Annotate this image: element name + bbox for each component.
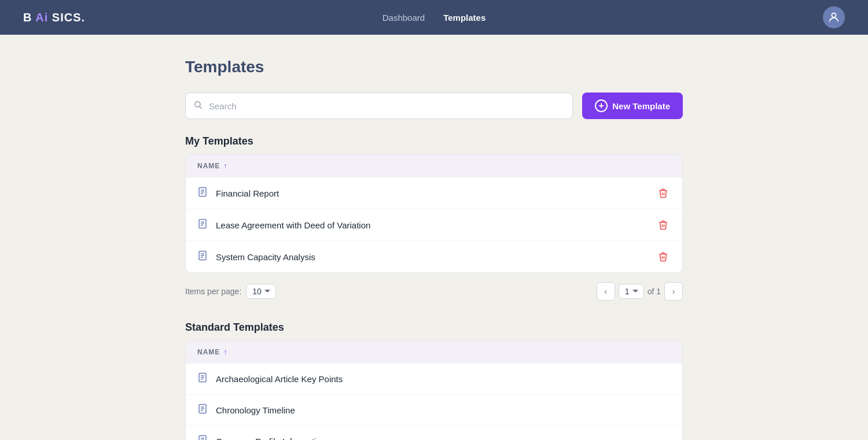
delete-button[interactable] [656,217,671,232]
row-name: System Capacity Analysis [216,252,656,262]
doc-icon [197,403,208,417]
standard-templates-heading: Standard Templates [185,321,683,334]
next-page-button[interactable]: › [664,282,683,301]
doc-icon [197,372,208,386]
standard-templates-header: NAME ↑ [186,341,682,363]
page-controls: ‹ 1 of 1 › [597,282,683,301]
doc-icon [197,218,208,232]
plus-circle-icon: + [595,99,608,112]
items-per-page: Items per page: 10 25 50 [185,284,276,299]
new-template-label: New Template [612,101,670,111]
my-templates-name-col: NAME [197,162,220,170]
logo-accent: Ai [35,11,48,24]
table-row[interactable]: Archaeological Article Key Points [186,363,682,394]
prev-page-button[interactable]: ‹ [597,282,615,301]
row-name: Archaeological Article Key Points [216,374,671,384]
nav-dashboard[interactable]: Dashboard [382,13,425,23]
svg-point-1 [195,102,200,107]
page-content: Templates + New Template My Templates NA… [174,35,694,440]
search-icon [193,100,203,112]
svg-line-2 [200,106,202,109]
of-total-label: of 1 [648,287,661,296]
table-row[interactable]: Company Profile Information [186,426,682,440]
table-row[interactable]: Financial Report [186,177,682,209]
row-name: Lease Agreement with Deed of Variation [216,220,656,230]
table-row[interactable]: Lease Agreement with Deed of Variation [186,209,682,241]
standard-templates-table: NAME ↑ Archaeological Article Key Points [185,341,683,440]
nav-templates[interactable]: Templates [443,13,486,23]
standard-templates-name-col: NAME [197,348,220,356]
doc-icon [197,186,208,201]
items-per-page-label: Items per page: [185,287,241,296]
my-templates-heading: My Templates [185,135,683,147]
svg-point-0 [832,13,836,17]
table-row[interactable]: System Capacity Analysis [186,241,682,272]
delete-button[interactable] [656,186,671,201]
navbar: B Ai SICS. Dashboard Templates [0,0,868,35]
pagination: Items per page: 10 25 50 ‹ 1 of 1 › [185,282,683,301]
doc-icon [197,434,208,440]
delete-button[interactable] [656,249,671,264]
my-templates-table: NAME ↑ Financial Report [185,154,683,273]
row-name: Company Profile Information [216,437,671,440]
toolbar: + New Template [185,93,683,119]
page-title: Templates [185,58,683,76]
new-template-button[interactable]: + New Template [582,93,683,119]
my-templates-header: NAME ↑ [186,155,682,177]
person-icon [827,11,840,24]
search-wrapper [185,93,573,119]
per-page-select[interactable]: 10 25 50 [246,284,276,299]
doc-icon [197,250,208,264]
row-name: Chronology Timeline [216,405,671,415]
logo: B Ai SICS. [23,11,85,24]
page-number-select[interactable]: 1 [619,284,644,299]
table-row[interactable]: Chronology Timeline [186,394,682,426]
nav-links: Dashboard Templates [382,13,486,23]
sort-arrow-icon: ↑ [223,348,227,356]
search-input[interactable] [185,93,573,119]
avatar[interactable] [823,6,845,28]
sort-arrow-icon: ↑ [223,162,227,170]
row-name: Financial Report [216,188,656,198]
